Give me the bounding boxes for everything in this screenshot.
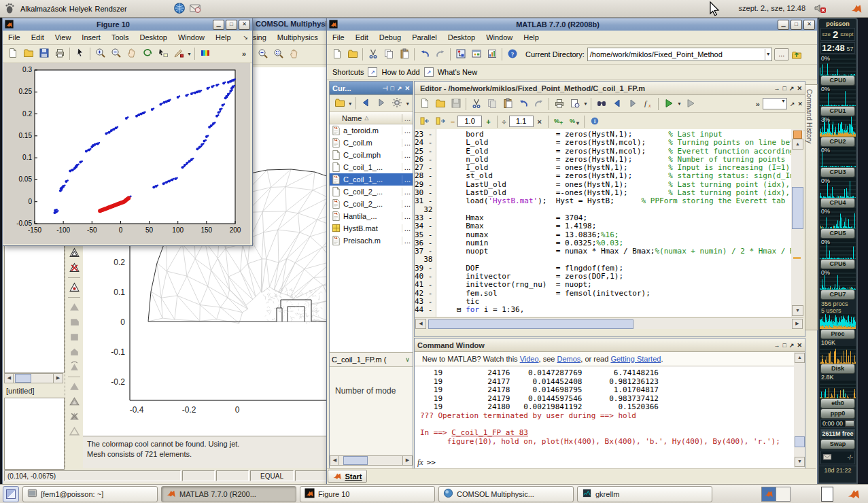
menu-item-view[interactable]: View (50, 31, 77, 44)
editor-header[interactable]: Editor - /home/work/miklos/Fixed_Point_M… (415, 82, 805, 95)
matlab-copy-button[interactable] (381, 47, 396, 62)
workspace-2[interactable] (776, 487, 790, 501)
matlab-simulink-button[interactable] (453, 47, 468, 62)
close-icon[interactable]: ✕ (797, 85, 802, 92)
chevron-down-icon[interactable]: ▼ (347, 101, 353, 106)
up-folder-button[interactable] (789, 47, 805, 62)
editor-save-gray-button[interactable] (448, 97, 464, 111)
dock-icon[interactable]: ⊣ (383, 85, 388, 92)
menu-item-debug[interactable]: Debug (374, 31, 406, 44)
taskbar-button-gkrellm[interactable]: gkrellm (577, 486, 712, 502)
matlab-cut-button[interactable] (365, 47, 381, 62)
editor-paste-button[interactable] (500, 97, 515, 111)
cf-folder-button[interactable] (332, 96, 347, 111)
comsol-gray-sq-button[interactable] (67, 330, 81, 345)
chevron-down-icon[interactable]: ▼ (676, 101, 682, 106)
gnome-foot-icon[interactable] (4, 2, 16, 16)
figure-cursor-button[interactable] (72, 46, 88, 61)
file-list-item[interactable]: C_coil_1_...... (330, 161, 413, 173)
menu-item-desktop[interactable]: Desktop (135, 31, 173, 44)
workspace-1[interactable] (762, 487, 776, 501)
figure-data-cursor-button[interactable] (155, 46, 171, 61)
current-directory-combo[interactable]: /home/work/miklos/Fixed_Point_Method ▼ (587, 48, 772, 61)
editor-fx-button[interactable]: fx (640, 97, 656, 111)
menu-item-alkalmazások[interactable]: Alkalmazások (20, 5, 67, 13)
volume-muted-icon[interactable] (814, 3, 826, 15)
matlab-redo-button[interactable] (432, 47, 448, 62)
minimize-button[interactable]: ▁ (213, 20, 224, 30)
comsol-tri-x-button[interactable] (67, 260, 81, 275)
comsol-gray-pent-button[interactable] (67, 315, 81, 330)
file-list-item[interactable]: C_coil.m... (330, 137, 413, 149)
matlab-profiler-button[interactable] (484, 47, 500, 62)
banner-segment[interactable]: Demos (557, 355, 581, 363)
undock-icon[interactable]: ↗ (789, 342, 795, 349)
figure-colorbar-button[interactable] (197, 46, 213, 61)
matlab-undo-button[interactable] (417, 47, 432, 62)
eth0-label[interactable]: eth0 (820, 398, 855, 409)
start-button[interactable]: Start (328, 470, 367, 483)
editor-rungray-button[interactable] (682, 97, 698, 111)
editor-hscrollbar[interactable]: ▶ ◀ (415, 317, 803, 329)
scroll-thumb[interactable] (15, 374, 31, 383)
browse-folder-button[interactable]: ... (774, 48, 789, 60)
panel-clock[interactable]: szept. 2., sze, 12.48 (739, 4, 805, 12)
figure-plot-area[interactable]: -150-100-50050100150200-0.0500.050.10.15… (3, 63, 250, 244)
figure-brush-button[interactable] (171, 46, 186, 61)
mail-launcher-icon[interactable] (189, 2, 201, 16)
comsol-gray-tri2-button[interactable] (67, 394, 81, 409)
matlab-folder-button[interactable] (345, 47, 360, 62)
proc-chart[interactable] (819, 314, 856, 329)
cf-back-button[interactable] (358, 96, 374, 111)
matlab-help-button[interactable]: ? (504, 47, 520, 62)
editor-info-button[interactable]: i (587, 114, 602, 129)
shortcut-whats-new[interactable]: What's New (438, 68, 477, 76)
cpu-label[interactable]: CPU5 (820, 228, 855, 239)
editor-preview-button[interactable] (567, 97, 583, 111)
dock-icon[interactable]: → (774, 342, 780, 349)
editor-copy-gray-button[interactable] (484, 97, 500, 111)
comsol-lower-panel[interactable] (4, 398, 65, 470)
current-folder-header[interactable]: Cur... ⊣ □ ↗ ✕ (330, 82, 413, 95)
figure-print-button[interactable] (52, 46, 67, 61)
editor-run-button[interactable] (661, 97, 676, 111)
matlab-page-button[interactable] (329, 47, 345, 62)
gkrellm-monitor[interactable]: poissonsze2szept12:48570%CPU00%CPU13%CPU… (818, 18, 858, 484)
editor-view-combo[interactable]: ▼ (763, 98, 787, 109)
chevron-down-icon[interactable]: ▼ (405, 101, 411, 106)
banner-segment[interactable]: Video (520, 355, 539, 363)
matlab-tray-icon[interactable] (850, 2, 863, 16)
editor-undo-button[interactable] (515, 97, 531, 111)
editor-find-button[interactable] (593, 97, 609, 111)
menu-item-file[interactable]: File (327, 31, 350, 44)
toolbar-overflow-icon[interactable]: » (242, 50, 246, 58)
figure-zoom-out-button[interactable] (108, 46, 124, 61)
command-segment[interactable]: C_coil_1_FP at 83 (451, 428, 528, 437)
code-line[interactable]: load('HystB.mat'); Hyst = HystB; % PPFor… (439, 197, 792, 205)
cpu-label[interactable]: CPU1 (820, 106, 855, 116)
figure-pan-hand-button[interactable] (124, 46, 139, 61)
comsol-gray-tri-button[interactable] (67, 379, 81, 394)
maximize-icon[interactable]: □ (390, 85, 394, 92)
chevron-down-icon[interactable]: ▼ (583, 101, 589, 106)
chevron-down-icon[interactable]: ▼ (765, 49, 771, 60)
shortcut-how-to-add[interactable]: How to Add (381, 68, 419, 76)
editor-folder-button[interactable] (432, 97, 448, 111)
comsol-zoom-out-button[interactable] (255, 47, 271, 62)
multiply-button[interactable]: × (538, 118, 542, 126)
matlab-paste-button[interactable] (396, 47, 412, 62)
editor-redo-button[interactable] (531, 97, 546, 111)
file-list-item[interactable]: Preisach.m... (330, 235, 413, 247)
comsol-gray-tri-button[interactable] (67, 300, 81, 315)
menu-item-helyek[interactable]: Helyek (69, 5, 92, 13)
comsol-warn-tri-button[interactable] (67, 424, 81, 439)
chevron-down-icon[interactable]: ▼ (186, 52, 192, 56)
comsol-gray-trix-button[interactable] (67, 409, 81, 424)
minimize-button[interactable]: ▁ (778, 20, 789, 30)
menu-item-file[interactable]: File (3, 31, 26, 44)
file-list-item[interactable]: C_coil_2_...... (330, 198, 413, 210)
cpu-label[interactable]: CPU4 (820, 198, 855, 208)
details-hscrollbar[interactable]: ◀ ▶ (330, 455, 413, 466)
close-icon[interactable]: ✕ (797, 101, 803, 107)
menu-item-insert[interactable]: Insert (76, 31, 106, 44)
